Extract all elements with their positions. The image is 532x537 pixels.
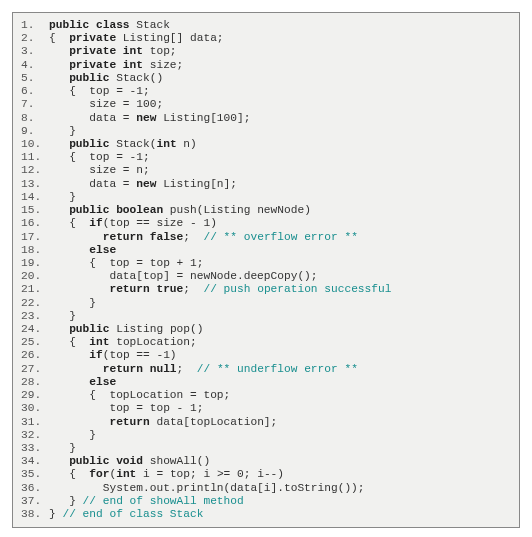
code-listing: 1.public class Stack 2.{ private Listing… <box>12 12 520 528</box>
